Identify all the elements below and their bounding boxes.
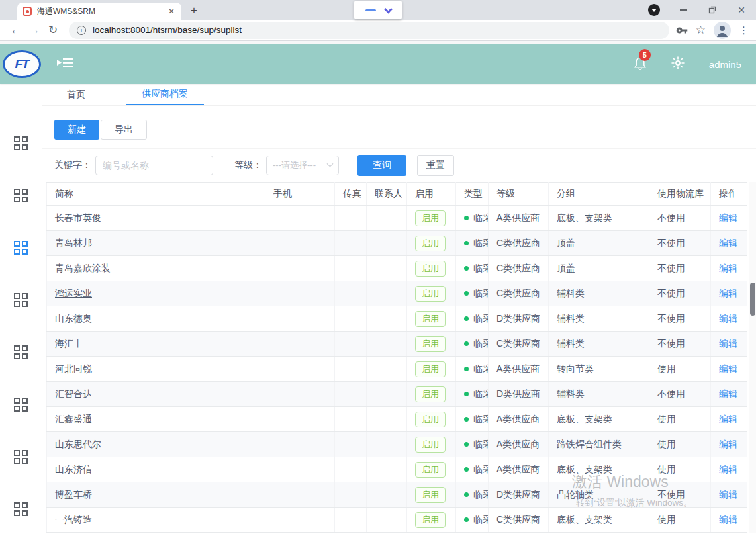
window-minimize-button[interactable] xyxy=(669,0,698,20)
cell-enabled: 启用 xyxy=(407,332,456,357)
reset-button[interactable]: 重置 xyxy=(417,155,454,176)
cell-mobile xyxy=(265,482,335,508)
cell-name: 汇鑫盛通 xyxy=(47,407,265,432)
edit-link[interactable]: 编辑 xyxy=(719,439,737,449)
edit-link[interactable]: 编辑 xyxy=(719,464,737,474)
sidebar-toggle-button[interactable] xyxy=(57,56,74,72)
new-button[interactable]: 新建 xyxy=(54,120,99,140)
group-text: 转向节类 xyxy=(557,363,594,374)
cell-mobile xyxy=(265,231,335,256)
cell-mobile xyxy=(265,206,335,231)
tab-home[interactable]: 首页 xyxy=(63,84,89,105)
settings-button[interactable] xyxy=(671,56,685,73)
new-tab-button[interactable]: + xyxy=(191,4,197,17)
enabled-badge: 启用 xyxy=(415,437,446,453)
forward-button[interactable]: → xyxy=(25,24,44,37)
close-icon: ✕ xyxy=(737,5,745,15)
edit-link[interactable]: 编辑 xyxy=(719,338,737,349)
edit-link[interactable]: 编辑 xyxy=(719,414,737,424)
type-text: 临采 xyxy=(473,238,489,248)
notifications-button[interactable]: 5 xyxy=(634,56,647,73)
window-restore-button[interactable] xyxy=(698,0,727,20)
query-button[interactable]: 查询 xyxy=(357,155,406,176)
cell-level: D类供应商 xyxy=(489,482,549,508)
edit-link[interactable]: 编辑 xyxy=(719,313,737,324)
enabled-badge: 启用 xyxy=(415,386,446,402)
page-info-icon[interactable]: i xyxy=(77,26,86,35)
reload-button[interactable]: ↻ xyxy=(44,23,62,37)
browser-menu-icon[interactable]: ⋮ xyxy=(739,24,749,36)
url-input[interactable]: i localhost:8001/htsrm/base/sup/suplist xyxy=(69,22,669,39)
cell-logistics: 使用 xyxy=(649,432,711,457)
group-text: 凸轮轴类 xyxy=(557,489,594,500)
sidebar-module-grid-icon-3[interactable] xyxy=(14,293,28,307)
scrollbar-track[interactable] xyxy=(749,182,756,533)
cell-contact xyxy=(367,256,407,281)
tab-close-icon[interactable]: ✕ xyxy=(167,7,176,16)
supplier-name: 汇鑫盛通 xyxy=(55,414,92,424)
password-key-icon[interactable] xyxy=(676,24,688,36)
toolbar: 新建 导出 xyxy=(42,106,756,140)
cell-contact xyxy=(367,332,407,357)
recorder-chevron-down-icon[interactable] xyxy=(384,5,393,13)
browser-address-bar: ← → ↻ i localhost:8001/htsrm/base/sup/su… xyxy=(0,20,756,41)
edit-link[interactable]: 编辑 xyxy=(719,388,737,399)
browser-tab-strip: 海通WMS&SRM ✕ + ✕ xyxy=(0,0,756,20)
keyword-label: 关键字： xyxy=(54,159,91,171)
cell-logistics: 不使用 xyxy=(649,231,711,256)
enabled-badge: 启用 xyxy=(415,336,446,352)
recorder-minimize-icon[interactable] xyxy=(365,9,376,11)
group-text: 顶盖 xyxy=(557,238,575,248)
bookmark-star-icon[interactable]: ☆ xyxy=(696,23,706,37)
level-text: C类供应商 xyxy=(496,263,540,273)
sidebar-module-grid-icon-0[interactable] xyxy=(14,136,28,150)
profile-avatar[interactable] xyxy=(714,22,731,39)
cell-contact xyxy=(367,432,407,457)
edit-link[interactable]: 编辑 xyxy=(719,489,737,500)
edit-link[interactable]: 编辑 xyxy=(719,212,737,223)
supplier-name: 一汽铸造 xyxy=(55,514,92,525)
edit-link[interactable]: 编辑 xyxy=(719,288,737,298)
cell-logistics: 不使用 xyxy=(649,482,711,508)
cell-mobile xyxy=(265,306,335,332)
recorder-tray-button[interactable] xyxy=(639,0,669,20)
cell-enabled: 启用 xyxy=(407,231,456,256)
window-close-button[interactable]: ✕ xyxy=(727,0,756,20)
current-user[interactable]: admin5 xyxy=(709,59,741,70)
cell-group: 蹄铁焊合组件类 xyxy=(549,432,649,457)
cell-level: D类供应商 xyxy=(489,382,549,407)
sidebar-module-grid-icon-1[interactable] xyxy=(14,189,28,202)
supplier-table-body: 长春市英俊启用临采A类供应商底板、支架类不使用编辑青岛林邦启用临采C类供应商顶盖… xyxy=(47,206,747,533)
edit-link[interactable]: 编辑 xyxy=(719,238,737,248)
cell-group: 底板、支架类 xyxy=(549,206,649,231)
browser-tab[interactable]: 海通WMS&SRM ✕ xyxy=(17,3,181,20)
cell-group: 底板、支架类 xyxy=(549,457,649,482)
tab-supplier-archive[interactable]: 供应商档案 xyxy=(126,84,204,105)
edit-link[interactable]: 编辑 xyxy=(719,514,737,525)
cell-logistics: 不使用 xyxy=(649,256,711,281)
sidebar-module-grid-icon-4[interactable] xyxy=(14,345,28,359)
edit-link[interactable]: 编辑 xyxy=(719,263,737,273)
cell-group: 辅料类 xyxy=(549,281,649,306)
sidebar-module-grid-icon-5[interactable] xyxy=(14,398,28,412)
type-status-dot xyxy=(464,417,469,422)
cell-name: 青岛嘉欣涂装 xyxy=(47,256,265,281)
export-button[interactable]: 导出 xyxy=(101,120,147,140)
edit-link[interactable]: 编辑 xyxy=(719,363,737,374)
scrollbar-thumb[interactable] xyxy=(750,283,755,316)
table-row: 海汇丰启用临采C类供应商辅料类不使用编辑 xyxy=(47,332,747,357)
supplier-name: 长春市英俊 xyxy=(55,212,101,223)
table-row: 青岛嘉欣涂装启用临采C类供应商顶盖不使用编辑 xyxy=(47,256,747,281)
chevron-down-icon xyxy=(327,160,334,167)
sidebar-module-grid-icon-6[interactable] xyxy=(14,450,28,464)
level-select[interactable]: ---请选择--- xyxy=(266,156,339,175)
cell-logistics: 不使用 xyxy=(649,332,711,357)
supplier-name: 山东德奥 xyxy=(55,313,92,324)
cell-type: 临采 xyxy=(456,281,489,306)
cell-action: 编辑 xyxy=(711,407,747,432)
keyword-input[interactable] xyxy=(95,156,213,175)
sidebar-module-grid-icon-2[interactable] xyxy=(14,241,28,255)
back-button[interactable]: ← xyxy=(7,24,25,37)
sidebar-module-grid-icon-7[interactable] xyxy=(14,502,28,516)
supplier-name: 山东思代尔 xyxy=(55,439,101,449)
